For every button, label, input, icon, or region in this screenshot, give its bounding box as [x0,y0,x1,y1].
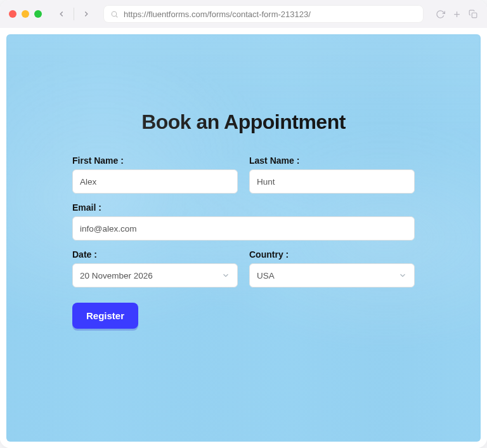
minimize-window-icon[interactable] [22,10,29,18]
window-controls [9,10,42,18]
country-label: Country : [249,249,415,260]
last-name-label: Last Name : [249,155,415,166]
browser-window: https://fluentforms.com/forms/contact-fo… [0,0,487,448]
svg-point-0 [112,11,117,16]
chevron-down-icon [398,271,407,280]
email-input[interactable] [80,224,407,234]
address-bar[interactable]: https://fluentforms.com/forms/contact-fo… [103,5,424,23]
forward-button[interactable] [78,6,94,22]
country-field: Country : USA [249,249,415,287]
country-select[interactable]: USA [249,263,415,287]
register-button[interactable]: Register [72,303,138,329]
page-content: Book an Appointment First Name : Last Na… [6,34,481,442]
reload-icon[interactable] [435,9,445,19]
toolbar-right [435,9,478,19]
appointment-form: First Name : Last Name : Email : [72,155,415,329]
form-actions: Register [72,303,415,329]
first-name-input[interactable] [80,177,230,187]
new-tab-icon[interactable] [451,9,462,19]
date-label: Date : [72,249,238,260]
date-field: Date : 20 November 2026 [72,249,238,287]
email-label: Email : [72,202,415,213]
search-icon [110,10,119,18]
back-button[interactable] [53,6,70,22]
browser-viewport: Book an Appointment First Name : Last Na… [0,28,487,448]
svg-line-1 [116,16,117,17]
svg-rect-4 [472,13,477,18]
last-name-field: Last Name : [249,155,415,194]
chevron-down-icon [221,271,230,280]
browser-toolbar: https://fluentforms.com/forms/contact-fo… [0,0,487,28]
last-name-input[interactable] [257,177,407,187]
email-input-wrap [72,216,415,240]
first-name-label: First Name : [72,155,238,166]
maximize-window-icon[interactable] [34,10,42,18]
first-name-field: First Name : [72,155,238,194]
date-value: 20 November 2026 [80,271,153,280]
nav-arrows [53,6,94,22]
toolbar-divider [74,8,74,20]
close-window-icon[interactable] [9,10,16,18]
copy-icon[interactable] [468,9,478,19]
url-text: https://fluentforms.com/forms/contact-fo… [124,10,311,19]
email-field: Email : [72,202,415,240]
first-name-input-wrap [72,169,238,194]
date-select[interactable]: 20 November 2026 [72,263,238,287]
country-value: USA [257,271,275,280]
last-name-input-wrap [249,169,415,194]
